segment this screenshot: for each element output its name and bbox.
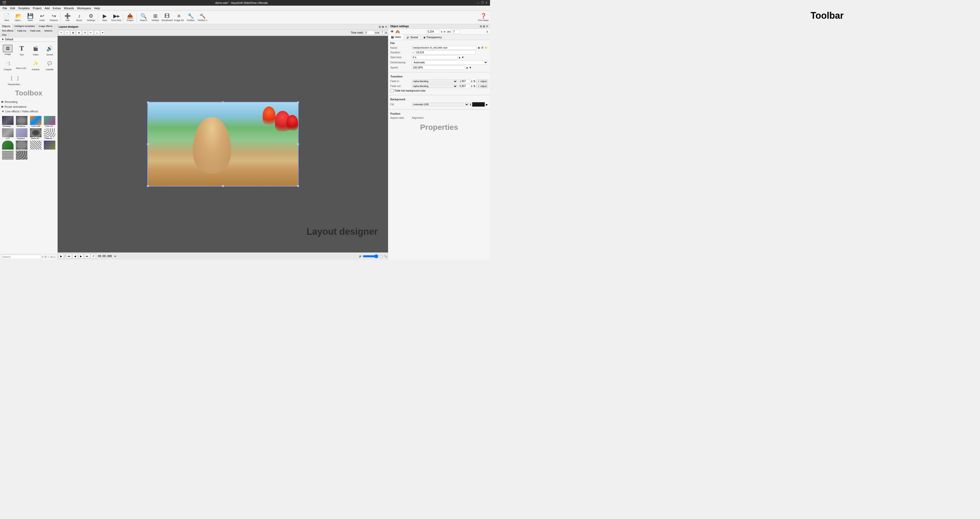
effect-color-eff[interactable]: Color eff... bbox=[43, 116, 57, 128]
start-time-input[interactable] bbox=[412, 56, 457, 59]
volume-icon[interactable]: 🔊 bbox=[359, 255, 362, 257]
speed-down[interactable]: ▼ bbox=[469, 66, 471, 69]
time-mark-input[interactable] bbox=[364, 31, 374, 35]
layout-minimize-icon[interactable]: ⊟ bbox=[379, 26, 381, 28]
fill-expand-icon[interactable]: ▶ bbox=[486, 103, 488, 106]
settings-button[interactable]: ⚙ Settings bbox=[85, 11, 97, 24]
handle-tl[interactable] bbox=[147, 101, 149, 104]
fade-out-type-select[interactable]: Alpha blending bbox=[412, 85, 457, 88]
toolbox-item-placeholder[interactable]: [ ] Placeholder... bbox=[1, 73, 29, 87]
fade-out-spinners[interactable]: ⇅ bbox=[473, 85, 476, 88]
handle-ml[interactable] bbox=[147, 143, 149, 145]
props-min-icon[interactable]: ⊟ bbox=[480, 25, 482, 28]
close-btn[interactable]: ✕ bbox=[485, 1, 488, 4]
tab-sound[interactable]: 🔊 Sound bbox=[404, 35, 420, 40]
search-more-icon[interactable]: ≡ bbox=[53, 256, 55, 259]
effect-lut[interactable]: LUT bbox=[1, 128, 14, 140]
eye-open-icon[interactable]: 👁 bbox=[390, 29, 394, 34]
save-button[interactable]: 💾 Save bbox=[25, 11, 36, 24]
title-bar-controls[interactable]: — ❐ ✕ bbox=[477, 1, 488, 4]
toolbox-item-video[interactable]: 🎬 Video bbox=[29, 43, 43, 57]
maximize-btn[interactable]: ❐ bbox=[481, 1, 484, 4]
duration-input[interactable] bbox=[426, 30, 439, 34]
effect-row2-6[interactable] bbox=[15, 150, 29, 160]
eye-closed-icon[interactable]: 🙈 bbox=[395, 29, 400, 34]
marker-icon[interactable]: ⊳ bbox=[114, 255, 116, 257]
effect-row2-1[interactable] bbox=[1, 141, 14, 150]
menu-wizards[interactable]: Wizards bbox=[62, 6, 76, 10]
search-settings-icon[interactable]: ⚙ bbox=[45, 255, 47, 259]
check-tool[interactable]: ✓ bbox=[65, 30, 70, 35]
tab-motions[interactable]: Motions bbox=[43, 29, 54, 33]
handle-bl[interactable] bbox=[147, 185, 149, 187]
keyframe-input[interactable] bbox=[452, 30, 460, 34]
handle-tr[interactable] bbox=[297, 101, 299, 104]
tab-text-effects[interactable]: Text effects bbox=[0, 29, 15, 33]
effect-row2-5[interactable] bbox=[1, 150, 14, 160]
new-button[interactable]: 📄 New bbox=[1, 11, 12, 24]
menu-edit[interactable]: Edit bbox=[9, 6, 17, 10]
toolbox-button[interactable]: 🔧 Toolbox bbox=[185, 11, 196, 24]
tab-video[interactable]: 🎬 Video bbox=[388, 35, 404, 40]
effect-row2-3[interactable] bbox=[29, 141, 43, 150]
loop-button[interactable]: ↺ bbox=[91, 254, 96, 258]
step-fwd-button[interactable]: ▶ bbox=[78, 254, 84, 258]
zoom-icon[interactable]: 🔍 bbox=[384, 255, 387, 257]
recording-section[interactable]: ▶ Recording bbox=[1, 99, 56, 104]
speed-input[interactable] bbox=[412, 65, 465, 70]
fade-in-value-input[interactable] bbox=[458, 79, 470, 83]
name-input[interactable] bbox=[412, 46, 477, 50]
effect-glowing[interactable]: Glowing t... bbox=[1, 116, 14, 128]
keyframe-btn[interactable]: 7 bbox=[380, 31, 384, 35]
tab-fade-ins[interactable]: Fade-ins bbox=[15, 29, 28, 33]
tab-files[interactable]: Files bbox=[0, 33, 9, 37]
default-button[interactable]: ⊞ Default bbox=[150, 11, 161, 24]
menu-add[interactable]: Add bbox=[43, 6, 51, 10]
handle-tc[interactable] bbox=[222, 101, 224, 104]
tab-intelligent-templates[interactable]: Intelligent templates bbox=[13, 24, 37, 29]
snap-tool[interactable]: ⊕ bbox=[76, 30, 81, 35]
output-button[interactable]: 📤 Output bbox=[124, 11, 135, 24]
tab-transparency[interactable]: ◑ Transparency bbox=[420, 35, 445, 40]
effect-mask[interactable]: Mask eff... bbox=[29, 128, 43, 140]
next-frame-button[interactable]: ⏭ bbox=[84, 254, 90, 258]
speed-up[interactable]: ▲ bbox=[466, 66, 468, 69]
first-steps-button[interactable]: ❓ First steps bbox=[478, 11, 489, 24]
search-clear-icon[interactable]: ✕ bbox=[41, 255, 44, 259]
toolbox-item-chapter[interactable]: 📑 Chapter bbox=[1, 58, 14, 72]
effect-halftone[interactable]: Halftone ... bbox=[43, 128, 57, 140]
undo-button[interactable]: ↩ Undo bbox=[37, 11, 48, 24]
menu-scriptlets[interactable]: Scriptlets bbox=[17, 6, 31, 10]
keyframe-icon[interactable]: ⊳ bbox=[377, 31, 379, 34]
fade-out-adjust-btn[interactable]: ✓ Adjust bbox=[476, 85, 488, 88]
props-max-icon[interactable]: ⊞ bbox=[483, 25, 485, 28]
fade-out-value-input[interactable] bbox=[458, 84, 470, 88]
menu-help[interactable]: Help bbox=[93, 6, 102, 10]
step-back-button[interactable]: ◀ bbox=[73, 254, 78, 258]
route-animations-section[interactable]: ▶ Route animations bbox=[1, 104, 56, 109]
fade-in-adjust-btn[interactable]: ✓ Adjust bbox=[476, 80, 488, 83]
storyboard-button[interactable]: 🎞 Storyboard bbox=[161, 11, 173, 24]
add-button[interactable]: ➕ Add bbox=[62, 11, 73, 24]
effect-color-shift[interactable]: Color shift bbox=[29, 116, 43, 128]
refresh-tool[interactable]: ↺ bbox=[82, 30, 88, 35]
toolbox-item-subtitle[interactable]: 💬 Subtitle bbox=[43, 58, 57, 72]
menu-extras[interactable]: Extras bbox=[51, 6, 62, 10]
file-refresh-icon[interactable]: ↺ bbox=[481, 46, 483, 50]
search-input[interactable] bbox=[1, 255, 41, 259]
tab-image-effects[interactable]: Image effects bbox=[37, 24, 54, 29]
toolbox1-button[interactable]: 🔨 Toolbox 1 bbox=[197, 11, 208, 24]
fill-info-icon[interactable]: ℹ bbox=[470, 103, 471, 106]
effect-row2-4[interactable] bbox=[43, 141, 57, 150]
handle-mr[interactable] bbox=[297, 143, 299, 145]
handle-br[interactable] bbox=[297, 185, 299, 187]
tab-objects[interactable]: Objects bbox=[0, 24, 13, 29]
from-here-button[interactable]: ▶▸ from here bbox=[111, 11, 122, 24]
align-v-tool[interactable]: ⊥ bbox=[94, 30, 100, 35]
menu-workspace[interactable]: Workspace bbox=[76, 6, 93, 10]
align-h-tool[interactable]: ⊢ bbox=[88, 30, 94, 35]
live-effects-section[interactable]: ▼ Live effects / Video effects bbox=[1, 109, 56, 113]
grid-tool[interactable]: ⊞ bbox=[70, 30, 76, 35]
volume-slider[interactable] bbox=[363, 254, 383, 258]
handle-bc[interactable] bbox=[222, 185, 224, 187]
